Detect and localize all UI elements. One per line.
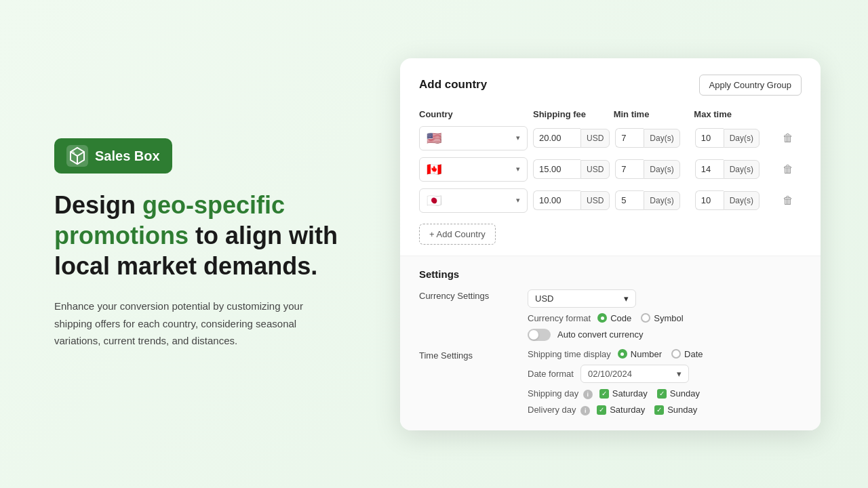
date-format-row: Date format 02/10/2024 ▾ xyxy=(528,365,802,383)
date-format-value: 02/10/2024 xyxy=(588,369,632,379)
flag-us: 🇺🇸 xyxy=(427,131,441,146)
currency-unit-value: USD xyxy=(535,293,553,304)
max-time-group-3: Day(s) xyxy=(695,190,769,210)
max-time-group-2: Day(s) xyxy=(695,159,769,179)
logo-text: Sales Box xyxy=(95,148,160,164)
date-format-label: Date format xyxy=(528,369,574,379)
currency-format-row: Currency format Code Symbol xyxy=(528,313,802,323)
max-time-input-2[interactable] xyxy=(695,159,724,179)
toggle-knob xyxy=(529,330,538,340)
max-time-input-3[interactable] xyxy=(695,190,724,210)
apply-country-group-button[interactable]: Apply Country Group xyxy=(699,75,802,96)
shipping-time-radio-group: Number Date xyxy=(618,349,703,359)
radio-symbol[interactable]: Symbol xyxy=(641,313,683,323)
table-row: 🇺🇸 ▾ USD Day(s) Day(s) � xyxy=(419,126,802,150)
fee-unit-3: USD xyxy=(580,191,610,210)
chevron-down-icon: ▾ xyxy=(624,293,629,304)
settings-grid: Currency Settings USD ▾ Currency format xyxy=(419,289,802,415)
radio-selected-icon xyxy=(597,313,607,323)
min-time-group-1: Day(s) xyxy=(615,128,689,148)
fee-input-3[interactable] xyxy=(533,190,580,210)
fee-input-1[interactable] xyxy=(533,128,580,148)
add-country-section: Add country Apply Country Group Country … xyxy=(400,58,821,256)
chevron-down-icon: ▾ xyxy=(516,196,520,205)
right-panel: Add country Apply Country Group Country … xyxy=(380,58,868,430)
delivery-saturday-checkbox[interactable]: ✓ Saturday xyxy=(597,405,645,415)
radio-date-unselected-icon xyxy=(671,349,681,359)
shipping-sunday-label: Sunday xyxy=(670,388,700,399)
shipping-saturday-checkbox[interactable]: ✓ Saturday xyxy=(599,388,648,399)
checkbox-checked-icon: ✓ xyxy=(657,389,667,399)
currency-settings-content: USD ▾ Currency format Code xyxy=(528,289,802,341)
max-time-unit-1: Day(s) xyxy=(724,129,760,148)
fee-unit-1: USD xyxy=(580,129,610,148)
flag-ca: 🇨🇦 xyxy=(427,162,441,177)
currency-unit-dropdown[interactable]: USD ▾ xyxy=(528,289,636,308)
radio-code[interactable]: Code xyxy=(597,313,631,323)
fee-group-2: USD xyxy=(533,159,610,179)
delete-row-3[interactable]: 🗑 xyxy=(774,192,802,209)
radio-unselected-icon xyxy=(641,313,650,323)
delete-row-1[interactable]: 🗑 xyxy=(774,129,802,147)
add-country-header: Add country Apply Country Group xyxy=(419,75,802,96)
country-select-3[interactable]: 🇯🇵 ▾ xyxy=(419,188,528,213)
radio-date[interactable]: Date xyxy=(671,349,703,359)
shipping-day-info-icon: i xyxy=(583,390,593,399)
delete-row-2[interactable]: 🗑 xyxy=(774,161,802,178)
radio-code-label: Code xyxy=(610,313,631,323)
min-time-unit-2: Day(s) xyxy=(644,160,679,179)
shipping-day-row: Shipping day i ✓ Saturday xyxy=(528,388,802,399)
radio-number-selected-icon xyxy=(618,349,627,359)
max-time-input-1[interactable] xyxy=(695,128,724,148)
headline-part1: Design xyxy=(54,191,142,219)
country-select-2[interactable]: 🇨🇦 ▾ xyxy=(419,157,528,182)
th-max-time: Max time xyxy=(694,109,769,119)
date-format-dropdown[interactable]: 02/10/2024 ▾ xyxy=(580,365,689,383)
radio-number[interactable]: Number xyxy=(618,349,662,359)
logo-icon xyxy=(66,145,88,167)
min-time-input-1[interactable] xyxy=(615,128,644,148)
delivery-day-checkbox-group: ✓ Saturday ✓ Sunday xyxy=(597,405,697,415)
flag-jp: 🇯🇵 xyxy=(427,193,441,208)
table-headers: Country Shipping fee Min time Max time xyxy=(419,109,802,119)
checkbox-checked-icon: ✓ xyxy=(597,405,606,415)
checkbox-checked-icon: ✓ xyxy=(599,389,609,399)
shipping-time-display-label: Shipping time display xyxy=(528,349,611,359)
delivery-sunday-label: Sunday xyxy=(667,405,697,415)
delivery-day-label: Delivery day i xyxy=(528,405,590,415)
delivery-sunday-checkbox[interactable]: ✓ Sunday xyxy=(654,405,697,415)
checkbox-checked-icon: ✓ xyxy=(654,405,664,415)
auto-convert-toggle[interactable] xyxy=(528,329,551,341)
currency-format-radio-group: Code Symbol xyxy=(597,313,683,323)
th-min-time: Min time xyxy=(614,109,689,119)
fee-group-1: USD xyxy=(533,128,610,148)
shipping-time-display-row: Shipping time display Number Date xyxy=(528,349,802,359)
table-row: 🇯🇵 ▾ USD Day(s) Day(s) � xyxy=(419,188,802,213)
shipping-day-checkbox-group: ✓ Saturday ✓ Sunday xyxy=(599,388,700,399)
th-shipping-fee: Shipping fee xyxy=(533,109,608,119)
chevron-down-icon: ▾ xyxy=(677,369,682,379)
min-time-input-3[interactable] xyxy=(615,190,644,210)
fee-input-2[interactable] xyxy=(533,159,580,179)
min-time-group-2: Day(s) xyxy=(615,159,689,179)
max-time-unit-3: Day(s) xyxy=(724,191,760,210)
left-panel: Sales Box Design geo-specific promotions… xyxy=(0,98,380,390)
radio-symbol-label: Symbol xyxy=(654,313,683,323)
min-time-input-2[interactable] xyxy=(615,159,644,179)
add-country-button[interactable]: + Add Country xyxy=(419,224,496,245)
radio-date-label: Date xyxy=(684,349,703,359)
max-time-group-1: Day(s) xyxy=(695,128,769,148)
min-time-group-3: Day(s) xyxy=(615,190,689,210)
chevron-down-icon: ▾ xyxy=(516,165,520,174)
shipping-sunday-checkbox[interactable]: ✓ Sunday xyxy=(657,388,700,399)
shipping-day-label: Shipping day i xyxy=(528,388,593,399)
logo: Sales Box xyxy=(54,138,172,174)
delivery-day-row: Delivery day i ✓ Saturday xyxy=(528,405,802,415)
currency-format-label: Currency format xyxy=(528,313,591,323)
min-time-unit-3: Day(s) xyxy=(644,191,679,210)
auto-convert-label: Auto convert currency xyxy=(557,329,643,340)
country-select-1[interactable]: 🇺🇸 ▾ xyxy=(419,126,528,150)
headline: Design geo-specific promotions to align … xyxy=(54,190,339,281)
subtext: Enhance your conversion potential by cus… xyxy=(54,298,339,350)
currency-settings-label: Currency Settings xyxy=(419,289,528,341)
